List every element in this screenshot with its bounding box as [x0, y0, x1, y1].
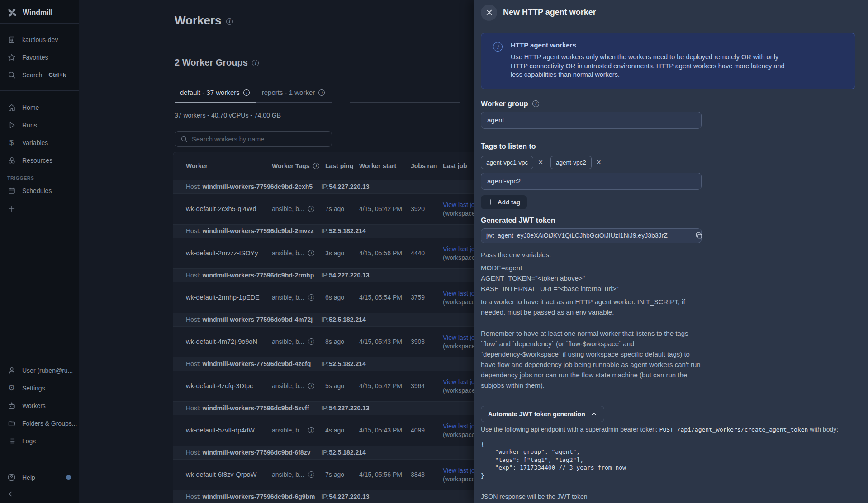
sidebar-item-search[interactable]: SearchCtrl+k	[0, 66, 79, 84]
sidebar-item-runs[interactable]: Runs	[0, 116, 79, 134]
tab-reports-group[interactable]: reports - 1 worker i	[256, 89, 332, 103]
sidebar-item-kautious-dev[interactable]: kautious-dev	[0, 31, 79, 48]
host-name-cell: Host: windmill-workers-77596dc9bd-2cxh5	[186, 183, 313, 190]
worker-start-cell: 4/15, 05:54 PM	[359, 294, 402, 301]
tab-label: reports - 1 worker	[262, 89, 315, 96]
arrow-left-icon	[7, 490, 16, 498]
last-job-workspace: (workspace	[443, 475, 475, 483]
tab-default-group[interactable]: default - 37 workers i	[175, 89, 256, 103]
tag-input[interactable]	[481, 173, 702, 190]
view-last-job-link[interactable]: View last job	[443, 334, 478, 342]
chevron-up-icon	[591, 411, 597, 417]
add-tag-button[interactable]: Add tag	[481, 195, 527, 209]
sidebar-item-schedules[interactable]: Schedules	[0, 182, 79, 199]
divider	[0, 23, 79, 24]
sidebar-item-favorites[interactable]: Favorites	[0, 48, 79, 66]
plus-icon	[488, 199, 494, 205]
sidebar-item-label: Schedules	[22, 187, 52, 194]
workers-summary: 37 workers - 40.70 vCPUs - 74.00 GB	[175, 112, 281, 119]
close-drawer-button[interactable]	[481, 5, 497, 21]
worker-tags-cell: ansible, b...i	[272, 471, 314, 478]
star-icon	[7, 53, 16, 61]
sidebar-item-settings[interactable]: ⚙Settings	[0, 379, 79, 397]
view-last-job-link[interactable]: View last job	[443, 201, 478, 209]
sidebar-item-user-ruben-ru[interactable]: User (ruben@ru...	[0, 362, 79, 379]
info-icon[interactable]: i	[318, 89, 325, 96]
view-last-job-link[interactable]: View last job	[443, 422, 478, 431]
info-icon[interactable]: i	[308, 250, 314, 256]
sidebar-item-folders-groups[interactable]: Folders & Groups...	[0, 414, 79, 432]
jwt-token-input[interactable]	[481, 228, 702, 243]
drawer-title: New HTTP agent worker	[503, 8, 596, 17]
sidebar-item-label: Workers	[22, 402, 46, 409]
worker-start-cell: 4/15, 05:42 PM	[359, 382, 402, 390]
plus-icon	[7, 205, 16, 213]
info-icon[interactable]: i	[532, 100, 539, 107]
info-icon[interactable]: i	[308, 383, 314, 389]
host-name-cell: Host: windmill-workers-77596dc9bd-6f8zv	[186, 449, 310, 456]
last-job-workspace: (workspace	[443, 387, 475, 394]
jobs-ran-cell: 3920	[411, 205, 425, 212]
info-icon[interactable]: i	[308, 427, 314, 433]
automate-jwt-button[interactable]: Automate JWT token generation	[481, 406, 604, 422]
view-last-job-link[interactable]: View last job	[443, 378, 478, 386]
new-http-agent-worker-drawer: New HTTP agent worker i HTTP agent worke…	[474, 0, 868, 503]
last-job-cell: View last job (workspace	[443, 245, 478, 262]
sidebar-item-label: Settings	[22, 385, 45, 392]
sidebar-item-help[interactable]: Help	[0, 469, 79, 486]
worker-tags-cell: ansible, b...i	[272, 427, 314, 434]
host-ip-cell: IP:54.227.220.13	[321, 272, 370, 279]
info-icon[interactable]: i	[243, 89, 250, 96]
search-input[interactable]	[192, 136, 326, 143]
env-outro: to a worker to have it act as an HTTP ag…	[481, 296, 707, 317]
info-icon[interactable]: i	[308, 338, 314, 345]
col-worker-tags: Worker Tagsi	[272, 162, 319, 169]
info-icon[interactable]: i	[313, 163, 319, 169]
sidebar-item-label: Home	[22, 104, 39, 111]
last-ping-cell: 3s ago	[325, 249, 344, 257]
request-body-code: { "worker_group": "agent", "tags": ["tag…	[481, 440, 855, 480]
info-icon[interactable]: i	[252, 60, 259, 66]
worker-groups-heading-text: 2 Worker Groups	[175, 57, 248, 68]
sidebar-item-variables[interactable]: $Variables	[0, 134, 79, 151]
gear-icon: ⚙	[7, 384, 16, 392]
env-variable-line: MODE=agent	[481, 263, 707, 273]
copy-token-button[interactable]	[695, 231, 703, 239]
info-icon[interactable]: i	[226, 18, 233, 25]
env-intro: Pass the env variables:	[481, 249, 707, 260]
info-icon[interactable]: i	[308, 206, 314, 212]
sidebar-item-logs[interactable]: Logs	[0, 432, 79, 450]
remove-tag-icon[interactable]: ✕	[596, 159, 602, 166]
worker-tags-cell: ansible, b...i	[272, 249, 314, 257]
collapse-sidebar-button[interactable]	[0, 485, 79, 503]
sidebar-item-resources[interactable]: Resources	[0, 151, 79, 169]
sidebar: Windmill kautious-devFavoritesSearchCtrl…	[0, 0, 79, 503]
info-icon[interactable]: i	[308, 294, 314, 301]
view-last-job-link[interactable]: View last job	[443, 245, 478, 254]
sidebar-item-label: Favorites	[22, 54, 48, 61]
view-last-job-link[interactable]: View last job	[443, 289, 478, 298]
last-job-workspace: (workspace	[443, 210, 475, 217]
help-notification-badge	[66, 475, 71, 480]
http-agent-info-box: i HTTP agent workers Use HTTP agent work…	[481, 33, 855, 89]
worker-tags-cell: ansible, b...i	[272, 205, 314, 212]
last-ping-cell: 6s ago	[325, 294, 344, 301]
sidebar-item-workers[interactable]: Workers	[0, 397, 79, 414]
app-brand[interactable]: Windmill	[0, 4, 79, 22]
sidebar-item-home[interactable]: Home	[0, 99, 79, 116]
worker-group-input[interactable]	[481, 112, 702, 129]
host-ip-cell: IP:52.5.182.214	[321, 316, 366, 323]
sidebar-item-label: Variables	[22, 139, 48, 146]
tag-chip: agent-vpc2	[550, 156, 592, 169]
jobs-ran-cell: 4440	[411, 249, 425, 257]
last-ping-cell: 4s ago	[325, 427, 344, 434]
info-icon[interactable]: i	[308, 471, 314, 478]
sidebar-add-button[interactable]	[0, 200, 79, 217]
drawer-body: i HTTP agent workers Use HTTP agent work…	[474, 26, 868, 503]
worker-search[interactable]	[175, 131, 332, 147]
col-jobs-ran: Jobs ran	[411, 162, 437, 169]
last-job-cell: View last job (workspace	[443, 422, 478, 439]
worker-name-cell: wk-default-2rmhp-1pEDE	[186, 294, 260, 301]
remove-tag-icon[interactable]: ✕	[538, 159, 543, 166]
view-last-job-link[interactable]: View last job	[443, 466, 478, 475]
